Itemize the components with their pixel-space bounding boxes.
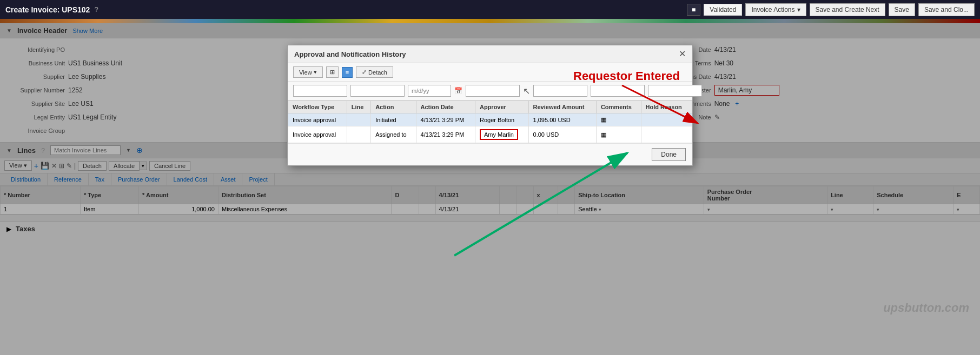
col-workflow-type: Workflow Type	[288, 101, 347, 113]
filter-hold-input[interactable]	[648, 85, 702, 97]
validated-status: Validated	[704, 4, 742, 16]
dialog-body: Workflow Type Line Action Action Date Ap…	[288, 101, 692, 143]
filter-amount-input[interactable]	[533, 85, 587, 97]
cell-action-2: Assigned to	[371, 126, 416, 143]
invoice-actions-label: Invoice Actions	[751, 6, 794, 14]
main-content: ▼ Invoice Header Show More Identifying P…	[0, 23, 980, 355]
done-button[interactable]: Done	[652, 148, 686, 161]
col-hold-reason: Hold Reason	[641, 101, 692, 113]
dialog-footer: Done	[288, 143, 692, 165]
save-create-next-button[interactable]: Save and Create Next	[810, 3, 885, 16]
cell-comments-2[interactable]: ▦	[596, 126, 641, 143]
cell-approver-1: Roger Bolton	[475, 113, 528, 126]
dialog-overlay: Approval and Notification History ✕ View…	[0, 23, 980, 355]
dialog-table: Workflow Type Line Action Action Date Ap…	[288, 101, 692, 143]
save-button[interactable]: Save	[889, 3, 915, 16]
dialog-detach-button[interactable]: ⤢ Detach	[356, 66, 393, 78]
dialog-header: Approval and Notification History ✕	[288, 45, 692, 63]
filter-input-1[interactable]	[293, 85, 347, 97]
cell-line-2	[347, 126, 370, 143]
col-action: Action	[371, 101, 416, 113]
cell-action-1: Initiated	[371, 113, 416, 126]
dialog-highlight-button[interactable]: ≡	[342, 67, 353, 78]
invoice-actions-button[interactable]: Invoice Actions ▾	[745, 3, 806, 16]
cell-workflow-type-2: Invoice approval	[288, 126, 347, 143]
cell-hold-reason-2	[641, 126, 692, 143]
dialog-title: Approval and Notification History	[294, 50, 406, 58]
dialog-view-chevron: ▾	[314, 69, 317, 76]
dialog-view-label: View	[299, 69, 312, 76]
top-bar-left: Create Invoice: UPS102 ?	[5, 5, 98, 14]
color-bar	[0, 19, 980, 23]
dialog-filter-row: 📅 ↖	[288, 82, 692, 101]
top-bar-right: ■ Validated Invoice Actions ▾ Save and C…	[687, 3, 975, 16]
dialog-table-row: Invoice approval Initiated 4/13/21 3:29 …	[288, 113, 692, 126]
dialog-toolbar: View ▾ ⊞ ≡ ⤢ Detach	[288, 63, 692, 82]
col-approver: Approver	[475, 101, 528, 113]
invoice-actions-chevron: ▾	[797, 6, 800, 14]
dialog-detach-label: Detach	[368, 69, 387, 76]
cell-reviewed-amount-1: 1,095.00 USD	[528, 113, 596, 126]
dialog-close-button[interactable]: ✕	[679, 50, 686, 58]
status-icon-box: ■	[687, 4, 700, 16]
cell-action-date-1: 4/13/21 3:29 PM	[416, 113, 475, 126]
col-action-date: Action Date	[416, 101, 475, 113]
dialog-view-button[interactable]: View ▾	[293, 66, 323, 78]
cell-workflow-type-1: Invoice approval	[288, 113, 347, 126]
approval-history-dialog: Approval and Notification History ✕ View…	[287, 45, 693, 166]
filter-approver-input[interactable]	[466, 85, 520, 97]
filter-date-input[interactable]	[408, 85, 451, 97]
dialog-table-header: Workflow Type Line Action Action Date Ap…	[288, 101, 692, 113]
cell-reviewed-amount-2: 0.00 USD	[528, 126, 596, 143]
col-line: Line	[347, 101, 370, 113]
cell-approver-2: Amy Marlin	[475, 126, 528, 143]
dialog-freeze-button[interactable]: ⊞	[326, 66, 339, 78]
cell-comments-1[interactable]: ▦	[596, 113, 641, 126]
dialog-table-row: Invoice approval Assigned to 4/13/21 3:2…	[288, 126, 692, 143]
filter-comments-input[interactable]	[591, 85, 645, 97]
cell-action-date-2: 4/13/21 3:29 PM	[416, 126, 475, 143]
help-icon[interactable]: ?	[94, 5, 98, 14]
dialog-table-body: Invoice approval Initiated 4/13/21 3:29 …	[288, 113, 692, 143]
filter-cursor: ↖	[523, 86, 530, 96]
approver-highlight-box: Amy Marlin	[480, 129, 518, 140]
cell-line-1	[347, 113, 370, 126]
dialog-detach-icon: ⤢	[362, 69, 367, 76]
top-bar: Create Invoice: UPS102 ? ■ Validated Inv…	[0, 0, 980, 19]
col-comments: Comments	[596, 101, 641, 113]
save-close-button[interactable]: Save and Clo...	[918, 3, 975, 16]
filter-input-2[interactable]	[350, 85, 405, 97]
page-title: Create Invoice: UPS102	[5, 5, 90, 14]
col-reviewed-amount: Reviewed Amount	[528, 101, 596, 113]
filter-calendar-icon[interactable]: 📅	[454, 87, 462, 95]
cell-hold-reason-1	[641, 113, 692, 126]
